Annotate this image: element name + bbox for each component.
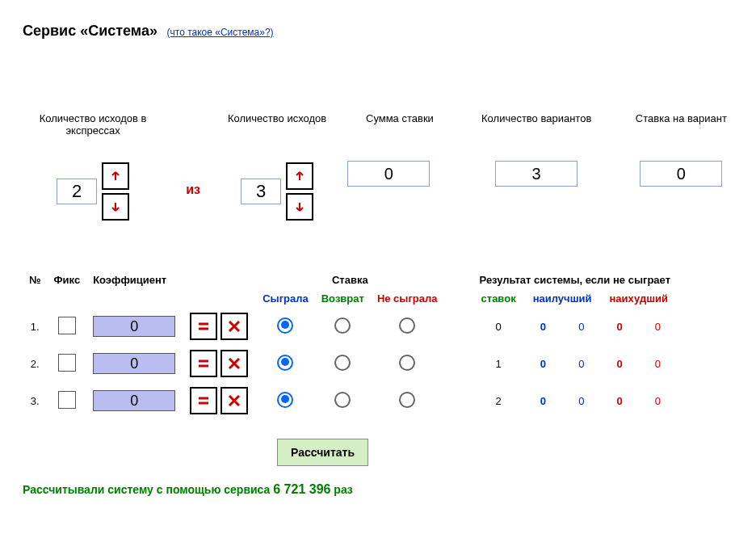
res-worst-1: 0 — [600, 382, 638, 419]
x-icon — [228, 320, 241, 333]
col-bet: Ставка — [256, 271, 443, 289]
arrow-up-icon — [294, 170, 305, 182]
fix-checkbox[interactable] — [58, 317, 76, 334]
fix-checkbox[interactable] — [58, 354, 76, 372]
col-fix: Фикс — [48, 271, 87, 289]
radio-not[interactable] — [399, 392, 415, 408]
equals-icon — [197, 320, 210, 333]
row-num: 2. — [23, 345, 48, 382]
table-row: 1.000000 — [23, 308, 677, 345]
outcomes-value[interactable]: 3 — [241, 179, 281, 204]
outcomes-down-button[interactable] — [286, 193, 313, 221]
res-best-2: 0 — [562, 345, 600, 382]
res-best-2: 0 — [562, 382, 600, 419]
res-best-2: 0 — [562, 308, 600, 345]
clear-button[interactable] — [220, 350, 248, 377]
sum-input[interactable]: 0 — [347, 161, 430, 187]
outcomes-label: Количество исходов — [215, 112, 339, 138]
equals-button[interactable] — [190, 313, 217, 340]
radio-played[interactable] — [277, 355, 293, 371]
col-coef: Коэффициент — [86, 271, 182, 289]
sub-played: Сыграла — [256, 289, 315, 308]
res-worst-2: 0 — [639, 382, 677, 419]
table-row: 2.010000 — [23, 345, 677, 382]
equals-icon — [197, 394, 210, 407]
express-up-button[interactable] — [102, 162, 129, 190]
col-num: № — [23, 271, 48, 289]
res-worst-1: 0 — [600, 308, 638, 345]
express-down-button[interactable] — [102, 193, 129, 221]
outcomes-up-button[interactable] — [286, 162, 313, 190]
radio-not[interactable] — [399, 317, 415, 334]
sub-best: наилучший — [524, 289, 601, 308]
iz-label: из — [186, 183, 200, 197]
arrow-down-icon — [110, 201, 121, 212]
arrow-down-icon — [294, 201, 305, 212]
equals-button[interactable] — [190, 350, 217, 377]
controls-row: Количество исходов в экспрессах 2 из Кол… — [23, 112, 750, 222]
variants-label: Количество вариантов — [460, 112, 613, 138]
sum-label: Сумма ставки — [347, 112, 452, 138]
express-label: Количество исходов в экспрессах — [23, 112, 163, 138]
col-result: Результат системы, если не сыграет — [473, 271, 677, 289]
page-title: Сервис «Система» — [23, 23, 158, 39]
help-link[interactable]: (что такое «Система»?) — [167, 27, 274, 38]
sub-worst: наихудший — [600, 289, 677, 308]
x-icon — [228, 394, 241, 407]
sub-not: Не сыграла — [371, 289, 444, 308]
radio-return[interactable] — [334, 355, 351, 371]
express-value[interactable]: 2 — [57, 179, 97, 204]
fix-checkbox[interactable] — [58, 391, 76, 409]
per-variant-label: Ставка на вариант — [621, 112, 741, 138]
row-num: 3. — [23, 382, 48, 419]
equals-button[interactable] — [190, 387, 217, 414]
res-worst-2: 0 — [639, 345, 677, 382]
res-worst-2: 0 — [639, 308, 677, 345]
coef-input[interactable]: 0 — [93, 353, 175, 374]
radio-return[interactable] — [334, 317, 351, 334]
footer-text: Рассчитывали систему с помощью сервиса 6… — [23, 482, 750, 497]
radio-played[interactable] — [277, 317, 293, 334]
coef-input[interactable]: 0 — [93, 390, 175, 411]
res-stavok: 1 — [473, 345, 524, 382]
res-stavok: 0 — [473, 308, 524, 345]
variants-value: 3 — [495, 161, 578, 187]
per-variant-value: 0 — [640, 161, 722, 187]
sub-stavok: ставок — [473, 289, 524, 308]
clear-button[interactable] — [220, 313, 248, 340]
res-worst-1: 0 — [600, 345, 638, 382]
res-stavok: 2 — [473, 382, 524, 419]
row-num: 1. — [23, 308, 48, 345]
radio-return[interactable] — [334, 392, 351, 408]
calculate-button[interactable]: Рассчитать — [277, 439, 368, 466]
res-best-1: 0 — [524, 345, 562, 382]
radio-not[interactable] — [399, 355, 415, 371]
sub-return: Возврат — [315, 289, 371, 308]
clear-button[interactable] — [220, 387, 248, 414]
table-row: 3.020000 — [23, 382, 677, 419]
res-best-1: 0 — [524, 382, 562, 419]
outcomes-table: № Фикс Коэффициент Ставка Результат сист… — [23, 271, 677, 419]
equals-icon — [197, 357, 210, 370]
coef-input[interactable]: 0 — [93, 316, 175, 337]
arrow-up-icon — [110, 170, 121, 182]
x-icon — [228, 357, 241, 370]
header: Сервис «Система» (что такое «Система»?) — [23, 23, 750, 40]
radio-played[interactable] — [277, 392, 293, 408]
res-best-1: 0 — [524, 308, 562, 345]
